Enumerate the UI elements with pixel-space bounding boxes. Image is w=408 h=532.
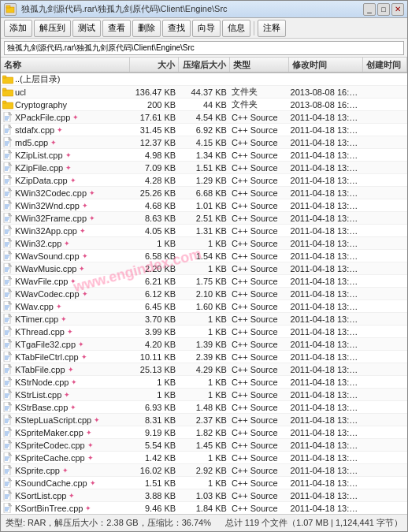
cell-type: 文件夹 bbox=[230, 86, 289, 98]
find-button[interactable]: 查找 bbox=[162, 20, 191, 37]
cell-size: 9.19 KB bbox=[130, 428, 179, 437]
cpp-file-icon bbox=[2, 503, 13, 514]
table-row[interactable]: KTabFileCtrl.cpp✦ 10.11 KB 2.39 KB C++ S… bbox=[1, 351, 407, 363]
address-input[interactable] bbox=[4, 41, 404, 55]
status-right: 总计 119 个文件（1.07 MB | 1,124,441 字节） bbox=[219, 517, 402, 529]
table-row[interactable]: stdafx.cpp✦ 31.45 KB 6.92 KB C++ Source … bbox=[1, 124, 407, 136]
file-name: KSortList.cpp bbox=[15, 491, 66, 500]
table-row[interactable]: KWin32Wnd.cpp✦ 4.68 KB 1.01 KB C++ Sourc… bbox=[1, 199, 407, 212]
cell-mtime: 2011-04-18 13:46:... bbox=[289, 163, 364, 173]
table-row[interactable]: KWavCodec.cpp✦ 6.12 KB 2.10 KB C++ Sourc… bbox=[1, 288, 407, 300]
table-row[interactable]: KWin32Frame.cpp✦ 8.63 KB 2.51 KB C++ Sou… bbox=[1, 212, 407, 225]
cell-name: KWin32App.cpp✦ bbox=[1, 225, 130, 236]
wizard-button[interactable]: 向导 bbox=[192, 20, 221, 37]
comment-button[interactable]: 注释 bbox=[258, 20, 286, 37]
table-row[interactable]: KSortBinTree.cpp✦ 9.46 KB 1.84 KB C++ So… bbox=[1, 502, 407, 514]
cell-csize: 1.75 KB bbox=[179, 277, 230, 286]
minimize-button[interactable]: _ bbox=[363, 3, 376, 16]
title-bar-icons bbox=[4, 3, 17, 16]
col-header-size[interactable]: 大小 bbox=[130, 58, 179, 72]
cell-size: 200 KB bbox=[130, 100, 179, 110]
table-row[interactable]: ucl 136.47 KB 44.37 KB 文件夹 2013-08-08 16… bbox=[1, 86, 407, 99]
table-row[interactable]: KWavMusic.cpp✦ 2.20 KB 1 KB C++ Source 2… bbox=[1, 262, 407, 275]
table-row[interactable]: KTgaFile32.cpp✦ 4.20 KB 1.39 KB C++ Sour… bbox=[1, 338, 407, 351]
table-row[interactable]: KWavSound.cpp✦ 6.58 KB 1.54 KB C++ Sourc… bbox=[1, 250, 407, 262]
modified-star: ✦ bbox=[86, 429, 92, 437]
cell-name: KSpriteCodec.cpp✦ bbox=[1, 440, 130, 451]
table-row[interactable]: KTabFile.cpp✦ 25.13 KB 4.29 KB C++ Sourc… bbox=[1, 363, 407, 376]
address-bar bbox=[1, 39, 407, 58]
file-name: md5.cpp bbox=[15, 138, 48, 147]
cell-name: KWavSound.cpp✦ bbox=[1, 251, 130, 262]
cpp-file-icon bbox=[2, 352, 13, 363]
table-row[interactable]: KWin32App.cpp✦ 4.05 KB 1.31 KB C++ Sourc… bbox=[1, 225, 407, 237]
extract-button[interactable]: 解压到 bbox=[34, 20, 71, 37]
column-headers: 名称 大小 压缩后大小 类型 修改时间 创建时间 bbox=[1, 58, 407, 73]
cell-csize: 1 KB bbox=[179, 378, 230, 387]
table-row[interactable]: KZipList.cpp✦ 4.98 KB 1.34 KB C++ Source… bbox=[1, 149, 407, 162]
cpp-file-icon bbox=[2, 389, 13, 400]
cell-mtime: 2011-04-18 13:46:... bbox=[289, 251, 364, 261]
app-icon bbox=[4, 3, 17, 16]
cell-csize: 2.92 KB bbox=[179, 466, 230, 475]
cell-mtime: 2011-04-18 13:46:... bbox=[289, 264, 364, 273]
table-row[interactable]: KZipFile.cpp✦ 7.09 KB 1.51 KB C++ Source… bbox=[1, 162, 407, 174]
maximize-button[interactable]: □ bbox=[377, 3, 390, 16]
cell-name: stdafx.cpp✦ bbox=[1, 125, 130, 136]
cell-size: 9.46 KB bbox=[130, 504, 179, 513]
cell-csize: 2.10 KB bbox=[179, 289, 230, 299]
svg-rect-3 bbox=[2, 76, 6, 78]
table-row[interactable]: KSprite.cpp✦ 16.02 KB 2.92 KB C++ Source… bbox=[1, 464, 407, 477]
table-row[interactable]: KWavFile.cpp✦ 6.21 KB 1.75 KB C++ Source… bbox=[1, 275, 407, 288]
col-header-mtime[interactable]: 修改时间 bbox=[289, 58, 364, 72]
table-row[interactable]: KSpriteCache.cpp✦ 1.42 KB 1 KB C++ Sourc… bbox=[1, 452, 407, 464]
test-button[interactable]: 测试 bbox=[72, 20, 101, 37]
modified-star: ✦ bbox=[89, 214, 95, 222]
table-row[interactable]: KStrNode.cpp✦ 1 KB 1 KB C++ Source 2011-… bbox=[1, 376, 407, 389]
table-row[interactable]: KWav.cpp✦ 6.45 KB 1.60 KB C++ Source 201… bbox=[1, 300, 407, 313]
delete-button[interactable]: 删除 bbox=[132, 20, 161, 37]
table-row[interactable]: KSortList.cpp✦ 3.88 KB 1.03 KB C++ Sourc… bbox=[1, 489, 407, 502]
file-name: ..(上层目录) bbox=[15, 73, 60, 85]
cell-type: C++ Source bbox=[230, 478, 289, 488]
file-name: KSpriteMaker.cpp bbox=[15, 428, 83, 437]
folder-icon bbox=[2, 99, 13, 110]
table-row[interactable]: Cryptography 200 KB 44 KB 文件夹 2013-08-08… bbox=[1, 99, 407, 111]
table-row[interactable]: KSoundCache.cpp✦ 1.51 KB 1 KB C++ Source… bbox=[1, 477, 407, 489]
add-button[interactable]: 添加 bbox=[4, 20, 32, 37]
table-row[interactable]: KStepLuaScript.cpp✦ 8.31 KB 2.37 KB C++ … bbox=[1, 414, 407, 426]
col-header-name[interactable]: 名称 bbox=[1, 58, 130, 72]
table-row[interactable]: KThread.cpp✦ 3.99 KB 1 KB C++ Source 201… bbox=[1, 326, 407, 338]
cpp-file-icon bbox=[2, 251, 13, 262]
table-row[interactable]: KSpriteCodec.cpp✦ 5.54 KB 1.45 KB C++ So… bbox=[1, 439, 407, 452]
table-row[interactable]: KSpriteMaker.cpp✦ 9.19 KB 1.82 KB C++ So… bbox=[1, 426, 407, 439]
table-row[interactable]: XPackFile.cpp✦ 17.61 KB 4.54 KB C++ Sour… bbox=[1, 111, 407, 124]
table-row[interactable]: md5.cpp✦ 12.37 KB 4.15 KB C++ Source 201… bbox=[1, 136, 407, 149]
file-name: KSprite.cpp bbox=[15, 466, 60, 475]
table-row[interactable]: KZipData.cpp✦ 4.28 KB 1.29 KB C++ Source… bbox=[1, 174, 407, 187]
modified-star: ✦ bbox=[79, 265, 85, 273]
close-button[interactable]: ✕ bbox=[391, 3, 404, 16]
cell-csize: 1 KB bbox=[179, 327, 230, 337]
info-button[interactable]: 信息 bbox=[222, 20, 250, 37]
view-button[interactable]: 查看 bbox=[102, 20, 131, 37]
table-row[interactable]: KWin32Codec.cpp✦ 25.26 KB 6.68 KB C++ So… bbox=[1, 187, 407, 199]
cell-mtime: 2011-04-18 13:46:... bbox=[289, 466, 364, 475]
col-header-ctime[interactable]: 创建时间 bbox=[363, 58, 407, 72]
table-row[interactable]: ..(上层目录) bbox=[1, 73, 407, 86]
modified-star: ✦ bbox=[64, 391, 70, 399]
table-row[interactable]: KWin32.cpp✦ 1 KB 1 KB C++ Source 2011-04… bbox=[1, 237, 407, 250]
modified-star: ✦ bbox=[87, 454, 94, 462]
modified-star: ✦ bbox=[70, 277, 76, 285]
file-list[interactable]: ..(上层目录) ucl 136.47 KB 44.37 KB 文件夹 2013… bbox=[1, 73, 407, 514]
cpp-file-icon bbox=[2, 377, 13, 388]
cell-mtime: 2011-04-18 13:46:... bbox=[289, 214, 364, 223]
table-row[interactable]: KStrList.cpp✦ 1 KB 1 KB C++ Source 2011-… bbox=[1, 389, 407, 401]
col-header-type[interactable]: 类型 bbox=[230, 58, 289, 72]
table-row[interactable]: KStrBase.cpp✦ 6.93 KB 1.48 KB C++ Source… bbox=[1, 401, 407, 414]
cell-mtime: 2011-04-18 13:46:... bbox=[289, 478, 364, 488]
cpp-file-icon bbox=[2, 150, 13, 161]
table-row[interactable]: KTimer.cpp✦ 3.70 KB 1 KB C++ Source 2011… bbox=[1, 313, 407, 326]
col-header-csize[interactable]: 压缩后大小 bbox=[179, 58, 230, 72]
title-bar: 独孤九剑源代码.rar\独孤九剑原代码\Client\Engine\Src _ … bbox=[1, 1, 407, 18]
